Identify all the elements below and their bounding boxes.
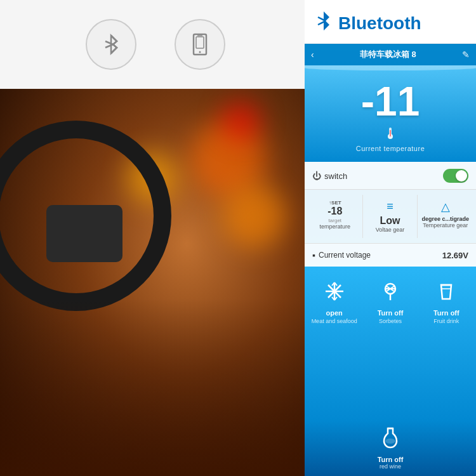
app-panel: Bluetooth ‹ 菲特车载冰箱 8 ✎ -11 Current tempe…	[305, 0, 476, 476]
setting-item-degree[interactable]: △ degree c...tigrade Temperature gear	[418, 195, 473, 238]
food-name-seafood: Meat and seafood	[312, 318, 357, 324]
setting-label-voltage: Voltae gear	[376, 227, 405, 233]
wine-status: Turn off	[378, 456, 404, 463]
setting-value-degree: degree c...tigrade	[421, 216, 469, 222]
svg-rect-3	[196, 37, 204, 48]
food-status-drink: Turn off	[433, 309, 459, 317]
food-grid: open Meat and seafood Turn off Sorbetes	[305, 267, 476, 421]
arm-overlay	[0, 222, 311, 476]
wave-decoration	[305, 65, 476, 70]
setting-value-temp: -18	[327, 206, 342, 217]
voltage-section: ▪ Current voltage 12.69V	[305, 243, 476, 267]
voltage-label-text: Current voltage	[319, 251, 371, 260]
setting-sublabel-temp: target	[329, 218, 341, 223]
top-icon-area	[0, 0, 311, 89]
voltage-label: ▪ Current voltage	[312, 250, 371, 260]
drink-icon	[437, 281, 455, 306]
thermometer-icon	[311, 125, 470, 143]
battery-icon: ▪	[312, 250, 315, 260]
temperature-section: -11 Current temperature	[305, 65, 476, 162]
set-label: ↑SET	[329, 200, 341, 206]
setting-label-degree: Temperature gear	[423, 222, 468, 228]
wine-flask-icon	[381, 427, 399, 453]
snowflake-icon	[324, 281, 345, 306]
bluetooth-circle-icon[interactable]	[86, 19, 136, 70]
car-interior	[0, 89, 311, 476]
bluetooth-title: Bluetooth	[338, 13, 421, 34]
food-status-seafood: open	[326, 309, 343, 317]
app-topbar: ‹ 菲特车载冰箱 8 ✎	[305, 44, 476, 65]
wine-name: red wine	[380, 463, 401, 470]
triangle-icon: △	[441, 200, 450, 214]
app-topbar-title: 菲特车载冰箱 8	[314, 49, 462, 60]
edit-button[interactable]: ✎	[462, 50, 470, 60]
switch-section: ⏻ switch	[305, 162, 476, 189]
setting-value-voltage: Low	[380, 215, 400, 227]
switch-label: ⏻ switch	[312, 171, 347, 181]
app-screen: ‹ 菲特车载冰箱 8 ✎ -11 Current temperature ⏻ s…	[305, 44, 476, 476]
switch-text: switch	[324, 171, 347, 181]
switch-toggle[interactable]	[443, 169, 468, 183]
food-name-drink: Fruit drink	[433, 318, 459, 324]
menu-icon: ≡	[387, 200, 393, 213]
setting-label-temp: temperature	[320, 223, 351, 230]
ice-cream-icon	[380, 281, 400, 306]
temperature-value: -11	[311, 81, 470, 122]
bluetooth-header: Bluetooth	[305, 0, 476, 44]
wine-item[interactable]: Turn off red wine	[378, 427, 404, 470]
food-status-sorbetes: Turn off	[378, 309, 404, 317]
food-item-seafood[interactable]: open Meat and seafood	[308, 276, 360, 411]
food-item-sorbetes[interactable]: Turn off Sorbetes	[364, 276, 416, 411]
food-item-drink[interactable]: Turn off Fruit drink	[420, 276, 473, 411]
wine-section: Turn off red wine	[305, 421, 476, 476]
svg-rect-10	[390, 130, 391, 136]
temperature-label: Current temperature	[311, 145, 470, 152]
svg-point-4	[199, 51, 201, 53]
bluetooth-logo-icon	[314, 10, 333, 37]
setting-item-voltage[interactable]: ≡ Low Voltae gear	[363, 195, 418, 238]
voltage-value: 12.69V	[442, 251, 468, 260]
phone-circle-icon[interactable]	[175, 19, 225, 70]
power-icon: ⏻	[312, 171, 321, 181]
settings-grid: ↑SET -18 target temperature ≡ Low Voltae…	[305, 189, 476, 243]
food-name-sorbetes: Sorbetes	[379, 318, 402, 324]
background-photo	[0, 0, 317, 476]
setting-item-temperature[interactable]: ↑SET -18 target temperature	[308, 195, 363, 238]
svg-point-27	[385, 439, 395, 444]
bokeh-light-3	[222, 102, 260, 140]
